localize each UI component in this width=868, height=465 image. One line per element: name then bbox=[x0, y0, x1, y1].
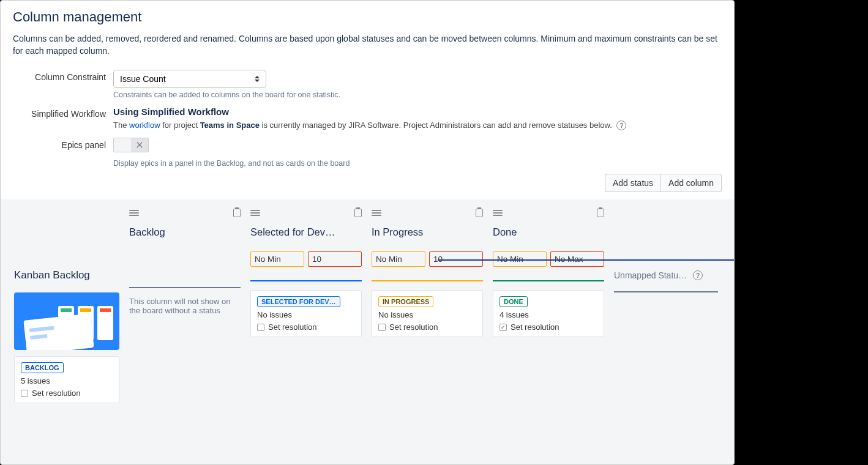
column-bar bbox=[372, 280, 483, 281]
set-resolution-label: Set resolution bbox=[389, 322, 438, 332]
annotation-line bbox=[438, 259, 735, 261]
set-resolution-label: Set resolution bbox=[268, 322, 317, 332]
workflow-link[interactable]: workflow bbox=[129, 121, 160, 130]
toggle-off-segment[interactable] bbox=[131, 138, 148, 152]
page-title: Column management bbox=[13, 9, 722, 25]
column-constraint-hint: Constraints can be added to columns on t… bbox=[113, 91, 722, 99]
column-constraint-value: Issue Count bbox=[120, 74, 166, 84]
trash-icon[interactable] bbox=[476, 209, 483, 217]
column-constraint-label: Column Constraint bbox=[13, 70, 106, 99]
drag-handle-icon[interactable] bbox=[372, 210, 381, 216]
set-resolution-checkbox[interactable] bbox=[257, 324, 264, 331]
kanban-backlog-title: Kanban Backlog bbox=[14, 269, 119, 281]
add-status-button[interactable]: Add status bbox=[605, 174, 660, 192]
issue-count: No issues bbox=[257, 310, 355, 319]
trash-icon[interactable] bbox=[233, 209, 241, 217]
min-constraint-input[interactable]: No Min bbox=[372, 251, 425, 267]
simplified-workflow-label: Simplified Workflow bbox=[13, 106, 106, 131]
column-selected-for-dev[interactable]: Selected for Dev… No Min 10 SELECTED FOR… bbox=[245, 208, 367, 403]
issue-count: No issues bbox=[378, 310, 476, 319]
status-lozenge: SELECTED FOR DEV… bbox=[257, 296, 340, 307]
column-bar bbox=[614, 291, 718, 292]
column-done[interactable]: Done No Min No Max DONE 4 issues Set res… bbox=[488, 208, 609, 403]
column-backlog[interactable]: Backlog This column will not show on the… bbox=[124, 208, 245, 403]
column-bar bbox=[493, 280, 604, 281]
unmapped-statuses-column: Unmapped Statu… ? bbox=[609, 208, 723, 403]
drag-handle-icon[interactable] bbox=[129, 210, 139, 216]
set-resolution-checkbox[interactable] bbox=[499, 324, 507, 331]
column-in-progress[interactable]: In Progress No Min 10 IN PROGRESS No iss… bbox=[367, 208, 488, 403]
kanban-backlog-illustration bbox=[14, 292, 119, 350]
min-constraint-input[interactable]: No Min bbox=[250, 251, 304, 267]
actions-bar: Add status Add column bbox=[13, 174, 722, 192]
settings-section: Column management Columns can be added, … bbox=[1, 1, 734, 199]
backlog-set-resolution-checkbox[interactable] bbox=[21, 390, 28, 397]
toggle-on-segment[interactable] bbox=[114, 138, 131, 152]
column-constraint-select[interactable]: Issue Count bbox=[113, 70, 266, 88]
backlog-issue-count: 5 issues bbox=[21, 376, 113, 385]
column-bar bbox=[129, 287, 241, 288]
status-card[interactable]: DONE 4 issues Set resolution bbox=[493, 290, 604, 337]
column-bar bbox=[250, 280, 362, 281]
backlog-set-resolution-label: Set resolution bbox=[32, 389, 81, 398]
simplified-workflow-headline: Using Simplified Workflow bbox=[113, 106, 722, 117]
empty-column-hint: This column will not show on the board w… bbox=[129, 297, 241, 315]
trash-icon[interactable] bbox=[597, 209, 604, 217]
status-card[interactable]: SELECTED FOR DEV… No issues Set resoluti… bbox=[250, 290, 362, 337]
status-lozenge: IN PROGRESS bbox=[378, 296, 433, 307]
status-card[interactable]: IN PROGRESS No issues Set resolution bbox=[372, 290, 483, 337]
drag-handle-icon[interactable] bbox=[493, 210, 503, 216]
set-resolution-checkbox[interactable] bbox=[378, 324, 386, 331]
help-icon[interactable]: ? bbox=[616, 121, 626, 130]
column-constraint-row: Column Constraint Issue Count Constraint… bbox=[13, 70, 722, 99]
epics-panel-label: Epics panel bbox=[13, 138, 106, 168]
column-title[interactable]: In Progress bbox=[372, 226, 483, 238]
close-icon bbox=[136, 141, 143, 149]
simplified-workflow-row: Simplified Workflow Using Simplified Wor… bbox=[13, 106, 722, 131]
backlog-lozenge: BACKLOG bbox=[21, 362, 64, 373]
add-column-button[interactable]: Add column bbox=[660, 174, 722, 192]
board-columns: Kanban Backlog BACKLOG 5 issues Set reso… bbox=[1, 199, 734, 412]
drag-handle-icon[interactable] bbox=[250, 210, 260, 216]
help-icon[interactable]: ? bbox=[693, 270, 703, 280]
set-resolution-label: Set resolution bbox=[511, 322, 559, 332]
epics-panel-row: Epics panel Display epics in a panel in … bbox=[13, 138, 722, 168]
epics-panel-hint: Display epics in a panel in the Backlog,… bbox=[113, 159, 722, 168]
issue-count: 4 issues bbox=[499, 310, 597, 319]
kanban-backlog-status-card[interactable]: BACKLOG 5 issues Set resolution bbox=[14, 356, 119, 403]
column-title[interactable]: Done bbox=[493, 226, 604, 238]
workflow-description: The workflow for project Teams in Space … bbox=[113, 121, 722, 131]
trash-icon[interactable] bbox=[354, 209, 362, 217]
epics-panel-toggle[interactable] bbox=[113, 138, 149, 152]
max-constraint-input[interactable]: 10 bbox=[308, 251, 362, 267]
column-title[interactable]: Selected for Dev… bbox=[250, 226, 362, 238]
column-management-panel: Column management Columns can be added, … bbox=[0, 0, 735, 465]
column-title[interactable]: Backlog bbox=[129, 226, 241, 238]
unmapped-statuses-label: Unmapped Statu… bbox=[614, 270, 687, 280]
page-description: Columns can be added, removed, reordered… bbox=[13, 32, 722, 58]
status-lozenge: DONE bbox=[499, 296, 528, 307]
kanban-backlog-column: Kanban Backlog BACKLOG 5 issues Set reso… bbox=[9, 208, 124, 403]
